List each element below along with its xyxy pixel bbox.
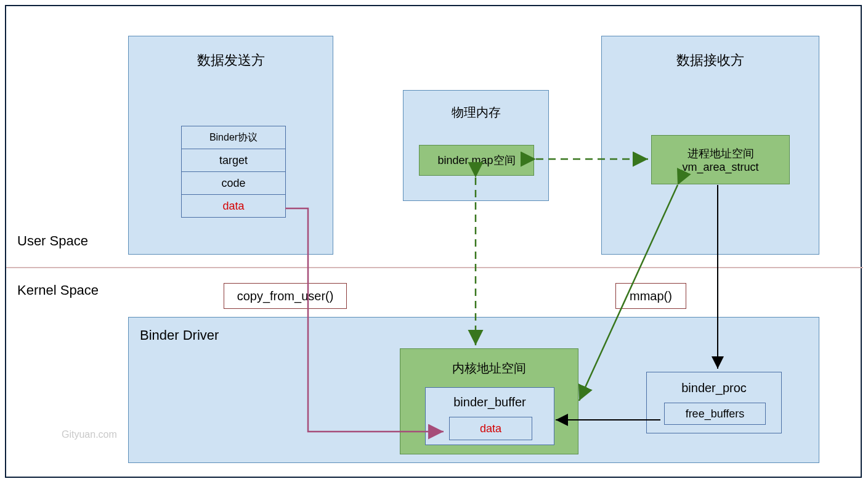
diagram-frame: 数据发送方 Binder协议 target code data 物理内存 bin…	[5, 5, 862, 478]
binder-buffer-box: binder_buffer data	[425, 387, 554, 445]
watermark: Gityuan.com	[62, 429, 117, 440]
copy-from-user-label: copy_from_user()	[224, 283, 347, 309]
binder-buffer-title: binder_buffer	[426, 395, 554, 409]
sender-title: 数据发送方	[129, 51, 333, 70]
mmap-label: mmap()	[615, 283, 686, 309]
sender-cell-3: data	[181, 194, 286, 218]
physical-memory-title: 物理内存	[404, 104, 548, 121]
kernel-addr-box: 内核地址空间 binder_buffer data	[400, 348, 578, 454]
binder-proc-box: binder_proc free_buffers	[646, 372, 782, 433]
user-space-label: User Space	[17, 233, 88, 249]
vm-area-box: 进程地址空间 vm_area_struct	[651, 135, 790, 184]
binder-data-cell: data	[449, 417, 532, 440]
kernel-space-label: Kernel Space	[17, 282, 99, 298]
sender-table: Binder协议 target code data	[181, 126, 286, 218]
sender-cell-1: target	[181, 149, 286, 172]
sender-box: 数据发送方 Binder协议 target code data	[128, 36, 333, 255]
vm-area-line2: vm_area_struct	[682, 161, 758, 174]
free-buffers-cell: free_buffers	[664, 403, 766, 425]
physical-memory-box: 物理内存 binder map空间	[403, 90, 549, 201]
binder-proc-title: binder_proc	[647, 381, 781, 395]
sender-cell-2: code	[181, 171, 286, 195]
binder-driver-title: Binder Driver	[140, 327, 219, 343]
vm-area-line1: 进程地址空间	[688, 146, 754, 161]
kernel-addr-title: 内核地址空间	[400, 360, 578, 377]
sender-cell-0: Binder协议	[181, 126, 286, 149]
binder-map-box: binder map空间	[419, 145, 534, 176]
receiver-box: 数据接收方 进程地址空间 vm_area_struct	[601, 36, 819, 255]
receiver-title: 数据接收方	[602, 51, 819, 70]
binder-driver-box: Binder Driver 内核地址空间 binder_buffer data …	[128, 317, 819, 463]
